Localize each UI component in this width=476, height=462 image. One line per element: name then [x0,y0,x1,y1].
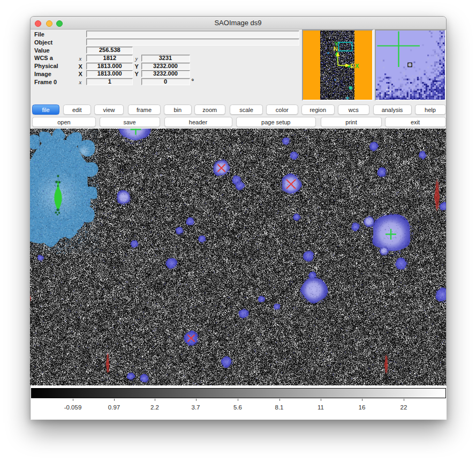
svg-text:X: X [355,63,359,69]
svg-text:E: E [350,63,354,69]
svg-text:N: N [334,46,338,52]
